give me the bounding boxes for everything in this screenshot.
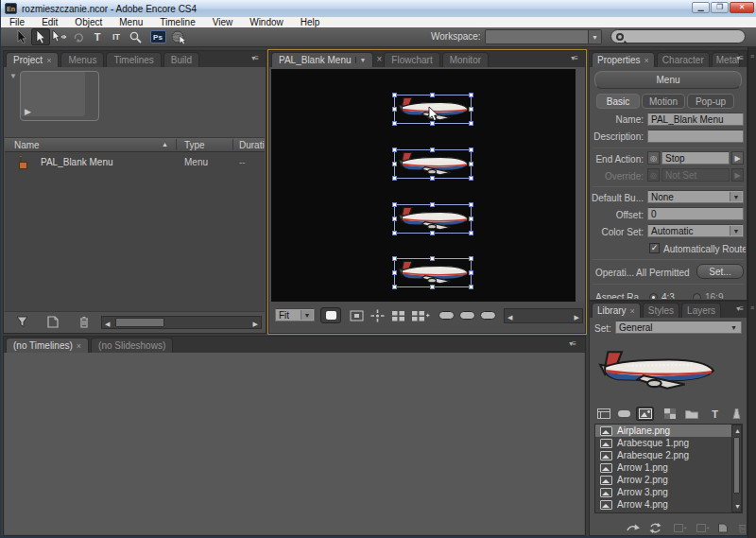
- selection-handle[interactable]: [392, 217, 397, 221]
- menu-view[interactable]: View: [204, 17, 242, 27]
- zoom-level-dropdown[interactable]: Fit ▼: [275, 308, 315, 321]
- selection-handle[interactable]: [469, 285, 473, 289]
- scrollbar-thumb[interactable]: [733, 437, 740, 494]
- selection-handle[interactable]: [469, 256, 473, 261]
- panel-menu-icon[interactable]: ▾≡: [736, 304, 743, 313]
- selection-handle[interactable]: [392, 107, 397, 112]
- highlight-selected-toggle[interactable]: [459, 311, 475, 320]
- show-button-routing-icon[interactable]: [391, 310, 405, 321]
- selection-handle[interactable]: [469, 231, 473, 235]
- grip-icon[interactable]: ≡: [750, 304, 756, 311]
- panel-menu-icon[interactable]: ▾≡: [571, 54, 577, 62]
- zoom-tool[interactable]: [126, 28, 145, 45]
- highlight-normal-toggle[interactable]: [438, 311, 455, 320]
- menu-menu[interactable]: Menu: [111, 17, 151, 27]
- trash-icon[interactable]: [78, 316, 90, 328]
- subtab-popup[interactable]: Pop-up: [687, 94, 734, 109]
- show-safe-area-icon[interactable]: [350, 310, 364, 321]
- highlight-activated-toggle[interactable]: [480, 311, 496, 320]
- set-button[interactable]: Set...: [696, 264, 744, 279]
- edit-in-photoshop-button[interactable]: Ps: [148, 28, 167, 45]
- list-item[interactable]: Arrow 2.png: [595, 474, 742, 486]
- safe-area-toggle[interactable]: [320, 307, 341, 323]
- table-row[interactable]: PAL_Blank Menu Menu --: [5, 155, 265, 170]
- selection-handle[interactable]: [430, 202, 435, 207]
- tab-no-slideshows[interactable]: (no Slideshows): [91, 338, 173, 353]
- menu-edit[interactable]: Edit: [33, 17, 66, 27]
- selection-tool[interactable]: [12, 28, 31, 45]
- menu-file[interactable]: File: [1, 17, 33, 27]
- menu-help[interactable]: Help: [292, 17, 329, 27]
- selection-handle[interactable]: [430, 256, 435, 261]
- column-type[interactable]: Type: [184, 140, 205, 150]
- selection-handle[interactable]: [392, 231, 397, 235]
- tab-metadata[interactable]: Metad: [712, 52, 740, 67]
- search-input[interactable]: [610, 29, 746, 43]
- move-tool[interactable]: [50, 28, 69, 45]
- column-name[interactable]: Name: [14, 140, 40, 150]
- list-item[interactable]: Arrow 3.png: [595, 486, 742, 498]
- pickwhip-icon[interactable]: ◎: [647, 151, 660, 165]
- selection-handle[interactable]: [430, 176, 435, 181]
- selection-handle[interactable]: [392, 121, 397, 126]
- menu-timeline[interactable]: Timeline: [151, 17, 203, 27]
- chevron-down-icon[interactable]: ▼: [728, 322, 740, 332]
- tab-monitor[interactable]: Monitor: [442, 52, 489, 67]
- new-item-icon[interactable]: [717, 523, 729, 533]
- scroll-left-icon[interactable]: ◀: [507, 314, 512, 321]
- name-field[interactable]: PAL_Blank Menu: [647, 113, 744, 126]
- selection-handle[interactable]: [430, 148, 435, 152]
- close-icon[interactable]: ×: [77, 341, 81, 351]
- scroll-left-icon[interactable]: ◀: [105, 321, 110, 327]
- place-icon[interactable]: [627, 523, 641, 532]
- buttons-filter-icon[interactable]: [615, 407, 633, 421]
- color-set-dropdown[interactable]: Automatic ▼: [647, 224, 744, 237]
- subtab-motion[interactable]: Motion: [642, 94, 685, 109]
- selection-handle[interactable]: [430, 285, 435, 289]
- selection-handle[interactable]: [392, 270, 397, 275]
- show-guides-icon[interactable]: [370, 309, 385, 322]
- tab-properties[interactable]: Properties×: [592, 52, 655, 67]
- selection-handle[interactable]: [469, 107, 473, 112]
- menu-canvas[interactable]: [271, 69, 576, 302]
- selection-handle[interactable]: [469, 202, 473, 207]
- selection-handle[interactable]: [392, 93, 397, 97]
- tab-build[interactable]: Build: [163, 52, 199, 67]
- scrollbar-thumb[interactable]: [115, 318, 164, 327]
- backgrounds-filter-icon[interactable]: [661, 407, 679, 421]
- tab-character[interactable]: Character: [657, 52, 710, 67]
- aspect-4-3-radio[interactable]: [649, 293, 658, 299]
- tab-dropdown-icon[interactable]: ▼: [355, 57, 367, 63]
- selection-handle[interactable]: [469, 93, 473, 97]
- disclosure-triangle-icon[interactable]: ▼: [9, 72, 17, 80]
- close-button[interactable]: ✕: [730, 2, 754, 13]
- tab-layers[interactable]: Layers: [681, 303, 721, 318]
- selection-handle[interactable]: [469, 176, 473, 181]
- scroll-down-icon[interactable]: ▼: [734, 503, 741, 510]
- list-item[interactable]: Airplane.png: [595, 425, 742, 437]
- chevron-down-icon[interactable]: ▼: [588, 30, 601, 43]
- chevron-down-icon[interactable]: ▼: [301, 310, 313, 320]
- vertical-scrollbar[interactable]: ▲ ▼: [731, 425, 742, 512]
- text-tool[interactable]: T: [88, 28, 107, 45]
- workspace-dropdown[interactable]: ▼: [485, 29, 602, 44]
- direct-select-tool[interactable]: [31, 28, 50, 45]
- menu-button-airplane-2[interactable]: [394, 149, 472, 179]
- route-buttons-checkbox[interactable]: ✓: [649, 243, 660, 253]
- list-item[interactable]: Arrow 4.png: [595, 498, 742, 511]
- vertical-text-tool[interactable]: IT: [107, 28, 126, 45]
- close-icon[interactable]: ×: [630, 306, 635, 316]
- shapes-filter-icon[interactable]: [728, 407, 746, 421]
- menu-object[interactable]: Object: [66, 17, 111, 27]
- rotate-tool[interactable]: [69, 28, 88, 45]
- selection-handle[interactable]: [469, 121, 473, 126]
- selection-handle[interactable]: [392, 256, 397, 261]
- scroll-right-icon[interactable]: ▶: [575, 314, 579, 321]
- restore-button[interactable]: ❐: [711, 2, 729, 13]
- offset-field[interactable]: 0: [647, 207, 744, 220]
- subtab-basic[interactable]: Basic: [596, 94, 640, 109]
- selection-handle[interactable]: [469, 270, 473, 275]
- preview-button[interactable]: [169, 28, 188, 45]
- selection-handle[interactable]: [430, 93, 435, 97]
- selection-handle[interactable]: [469, 162, 473, 166]
